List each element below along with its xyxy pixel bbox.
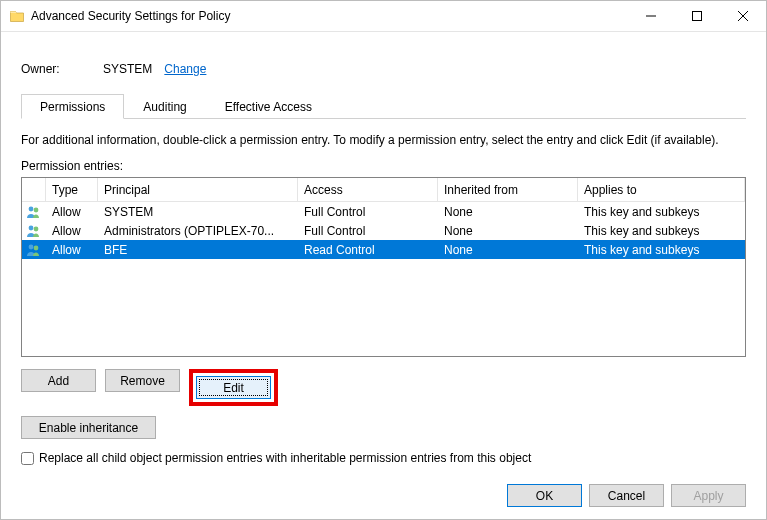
col-icon[interactable] [22, 178, 46, 201]
cell-applies: This key and subkeys [578, 243, 745, 257]
users-icon [22, 242, 46, 258]
enable-inheritance-button[interactable]: Enable inheritance [21, 416, 156, 439]
titlebar: Advanced Security Settings for Policy [1, 1, 766, 32]
table-body: AllowSYSTEMFull ControlNoneThis key and … [22, 202, 745, 259]
window-controls [628, 1, 766, 31]
tab-effective-access[interactable]: Effective Access [206, 94, 331, 119]
add-button[interactable]: Add [21, 369, 96, 392]
svg-point-3 [29, 225, 34, 230]
maximize-button[interactable] [674, 1, 720, 31]
cell-inherited: None [438, 243, 578, 257]
change-owner-link[interactable]: Change [164, 62, 206, 76]
table-row[interactable]: AllowSYSTEMFull ControlNoneThis key and … [22, 202, 745, 221]
col-applies[interactable]: Applies to [578, 178, 745, 201]
cell-principal: SYSTEM [98, 205, 298, 219]
table-row[interactable]: AllowBFERead ControlNoneThis key and sub… [22, 240, 745, 259]
cell-type: Allow [46, 243, 98, 257]
permission-table: Type Principal Access Inherited from App… [21, 177, 746, 357]
ok-button[interactable]: OK [507, 484, 582, 507]
edit-highlight: Edit [189, 369, 278, 406]
dialog-footer: OK Cancel Apply [21, 474, 746, 507]
edit-button[interactable]: Edit [196, 376, 271, 399]
cell-principal: Administrators (OPTIPLEX-70... [98, 224, 298, 238]
svg-point-4 [34, 226, 39, 231]
svg-point-5 [29, 244, 34, 249]
cell-principal: BFE [98, 243, 298, 257]
cell-access: Full Control [298, 205, 438, 219]
owner-row: Owner: SYSTEM Change [21, 62, 746, 76]
replace-checkbox[interactable] [21, 452, 34, 465]
cell-inherited: None [438, 224, 578, 238]
minimize-button[interactable] [628, 1, 674, 31]
svg-rect-0 [693, 12, 702, 21]
entries-label: Permission entries: [21, 159, 746, 173]
window-title: Advanced Security Settings for Policy [31, 9, 628, 23]
cell-access: Full Control [298, 224, 438, 238]
cell-type: Allow [46, 224, 98, 238]
close-button[interactable] [720, 1, 766, 31]
cell-applies: This key and subkeys [578, 224, 745, 238]
tab-auditing[interactable]: Auditing [124, 94, 205, 119]
cancel-button[interactable]: Cancel [589, 484, 664, 507]
owner-label: Owner: [21, 62, 103, 76]
cell-applies: This key and subkeys [578, 205, 745, 219]
col-access[interactable]: Access [298, 178, 438, 201]
replace-checkbox-label: Replace all child object permission entr… [39, 451, 531, 465]
tab-permissions[interactable]: Permissions [21, 94, 124, 119]
apply-button[interactable]: Apply [671, 484, 746, 507]
cell-type: Allow [46, 205, 98, 219]
dialog-window: Advanced Security Settings for Policy Ow… [0, 0, 767, 520]
svg-point-6 [34, 245, 39, 250]
folder-icon [9, 8, 25, 24]
col-type[interactable]: Type [46, 178, 98, 201]
table-row[interactable]: AllowAdministrators (OPTIPLEX-70...Full … [22, 221, 745, 240]
svg-point-1 [29, 206, 34, 211]
svg-point-2 [34, 207, 39, 212]
col-principal[interactable]: Principal [98, 178, 298, 201]
users-icon [22, 204, 46, 220]
tab-strip: Permissions Auditing Effective Access [21, 94, 746, 119]
cell-access: Read Control [298, 243, 438, 257]
info-text: For additional information, double-click… [21, 133, 746, 147]
remove-button[interactable]: Remove [105, 369, 180, 392]
cell-inherited: None [438, 205, 578, 219]
table-header: Type Principal Access Inherited from App… [22, 178, 745, 202]
replace-checkbox-row[interactable]: Replace all child object permission entr… [21, 451, 746, 465]
users-icon [22, 223, 46, 239]
col-inherited[interactable]: Inherited from [438, 178, 578, 201]
owner-value: SYSTEM [103, 62, 152, 76]
